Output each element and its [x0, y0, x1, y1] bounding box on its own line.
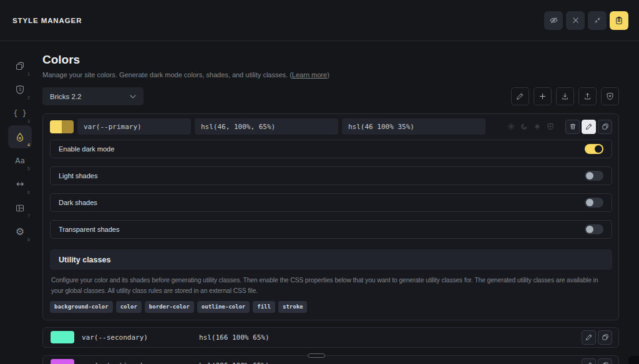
light-shades-row: Light shades: [50, 166, 612, 185]
primary-color-row: [50, 118, 612, 135]
add-color-button[interactable]: [534, 87, 552, 105]
sun-icon[interactable]: [507, 123, 515, 130]
subtitle-close: ): [327, 71, 329, 79]
page-subtitle: Manage your site colors. Generate dark m…: [42, 70, 619, 79]
sidebar-item-number: 6: [27, 190, 30, 194]
sidebar-item-number: 2: [27, 95, 30, 100]
color-light-value-input[interactable]: [195, 118, 338, 135]
close-button[interactable]: [566, 11, 585, 30]
delete-color-button[interactable]: [565, 120, 580, 134]
framework-select-value: Bricks 2.2: [50, 93, 82, 100]
corner-overlay: [628, 356, 639, 364]
duplicate-color-button[interactable]: [598, 358, 612, 364]
transparent-shades-row: Transparent shades: [50, 220, 612, 239]
chip-outline-color[interactable]: outline-color: [197, 301, 250, 313]
sidebar-item-number: 5: [27, 166, 30, 171]
tertiary-color-swatch[interactable]: [51, 359, 74, 364]
spacing-arrow-icon: ↔: [16, 180, 24, 189]
sidebar-item-spacing[interactable]: ↔ 6: [8, 173, 32, 196]
app-title: STYLE MANAGER: [12, 17, 82, 24]
tertiary-color-value: hsl(286 100% 65%): [199, 362, 270, 364]
framework-select[interactable]: Bricks 2.2: [42, 87, 144, 105]
utility-classes-header: Utility classes: [50, 249, 612, 270]
sidebar-item-colors[interactable]: 4: [8, 125, 32, 148]
transparent-shades-toggle[interactable]: [585, 224, 603, 234]
trash-icon: [569, 123, 577, 130]
toolbar-actions: [511, 87, 619, 105]
colors-toolbar: Bricks 2.2: [42, 87, 619, 105]
chip-border-color[interactable]: border-color: [145, 301, 194, 313]
main-panel: Colors Manage your site colors. Generate…: [42, 52, 619, 364]
edit-color-button[interactable]: [582, 120, 596, 134]
sidebar-item-settings[interactable]: ⚙ 8: [8, 220, 32, 243]
sidebar: 1 3 2 { } 3 4 Aa 5 ↔ 6: [0, 42, 40, 364]
utility-classes-section: Utility classes Configure your color and…: [50, 249, 612, 313]
layout-icon: [15, 203, 25, 213]
sidebar-item-typography[interactable]: Aa 5: [8, 149, 32, 172]
light-shades-toggle[interactable]: [585, 171, 603, 181]
shades-icon[interactable]: [534, 123, 541, 130]
toggle-label: Enable dark mode: [59, 145, 114, 153]
export-button[interactable]: [578, 87, 597, 105]
collapse-arrows-icon: [593, 16, 602, 24]
chip-stroke[interactable]: stroke: [278, 301, 308, 313]
primary-row-actions: [565, 120, 612, 134]
theme-styles-button[interactable]: [601, 87, 619, 105]
tertiary-color-variable: var(--tertiary): [82, 362, 199, 364]
edit-color-button[interactable]: [582, 358, 596, 364]
chevron-down-icon: [130, 95, 136, 98]
chip-color[interactable]: color: [116, 301, 142, 313]
moon-icon[interactable]: [520, 123, 528, 130]
swatch-light-half: [50, 120, 62, 133]
dark-mode-row: Enable dark mode: [50, 140, 612, 158]
toggle-visibility-button[interactable]: [544, 11, 563, 30]
primary-color-swatch[interactable]: [50, 120, 74, 133]
learn-more-link[interactable]: Learn more: [292, 71, 327, 79]
eye-off-icon: [549, 16, 559, 25]
duplicate-color-button[interactable]: [598, 330, 612, 345]
shield-small-icon[interactable]: [547, 123, 554, 130]
color-variable-input[interactable]: [77, 118, 191, 135]
sidebar-item-number: 1: [27, 72, 30, 76]
sidebar-item-number: 7: [27, 214, 30, 218]
toggle-label: Light shades: [59, 172, 97, 180]
page-title: Colors: [42, 52, 619, 67]
sidebar-item-templates[interactable]: 1: [8, 54, 32, 77]
secondary-color-row: var(--secondary) hsl(166 100% 65%): [42, 327, 619, 348]
svg-text:3: 3: [19, 87, 21, 92]
edit-palette-button[interactable]: [511, 87, 529, 105]
color-state-icons: [507, 123, 554, 130]
toggle-label: Dark shades: [59, 199, 97, 206]
pencil-icon: [516, 92, 524, 100]
sidebar-item-number: 4: [27, 143, 30, 147]
save-styles-button[interactable]: [610, 11, 628, 30]
header-actions: [544, 11, 628, 30]
scrollbar-handle[interactable]: [308, 353, 325, 358]
toggle-knob: [595, 145, 602, 153]
dark-shades-row: Dark shades: [50, 193, 612, 212]
sidebar-item-variables[interactable]: { } 3: [8, 102, 32, 125]
sidebar-item-number: 3: [27, 119, 30, 123]
toggle-knob: [586, 226, 593, 233]
close-icon: [572, 16, 580, 24]
code-braces-icon: { }: [13, 110, 27, 117]
sidebar-item-layout[interactable]: 7: [8, 196, 32, 219]
sidebar-item-css[interactable]: 3 2: [8, 78, 32, 101]
secondary-color-variable: var(--secondary): [82, 333, 199, 342]
secondary-color-swatch[interactable]: [51, 331, 74, 343]
templates-icon: [15, 61, 25, 71]
import-button[interactable]: [556, 87, 574, 105]
dark-mode-toggle[interactable]: [585, 144, 603, 154]
edit-color-button[interactable]: [582, 330, 596, 345]
duplicate-color-button[interactable]: [598, 120, 612, 134]
dark-shades-toggle[interactable]: [585, 198, 603, 208]
color-dark-value-input[interactable]: [342, 118, 485, 135]
chip-fill[interactable]: fill: [253, 301, 275, 313]
typography-icon: Aa: [15, 157, 25, 165]
shield-icon: [606, 92, 614, 100]
toggle-knob: [586, 199, 593, 206]
collapse-button[interactable]: [588, 11, 607, 30]
chip-background-color[interactable]: background-color: [50, 301, 113, 313]
clipboard-icon: [615, 16, 623, 25]
secondary-color-value: hsl(166 100% 65%): [199, 333, 270, 342]
